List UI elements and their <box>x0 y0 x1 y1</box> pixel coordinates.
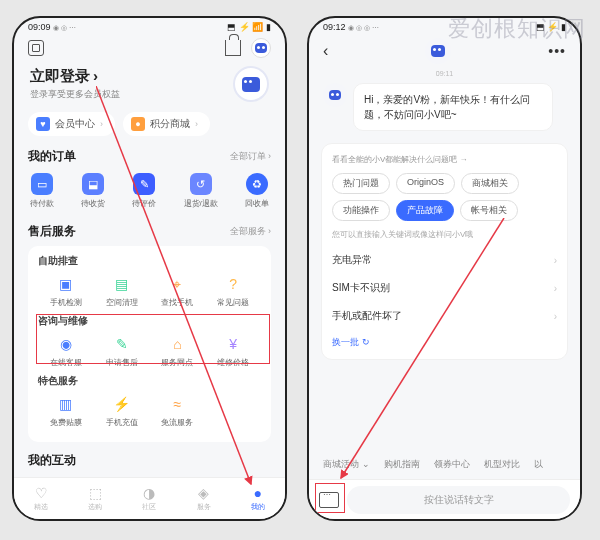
order-pending-review[interactable]: ✎待评价 <box>132 173 156 209</box>
free-film[interactable]: ▥免费贴膜 <box>38 394 94 428</box>
faq-item-broken[interactable]: 手机或配件坏了› <box>332 302 557 330</box>
heart-icon: ♥ <box>36 117 50 131</box>
order-recycle[interactable]: ♻回收单 <box>245 173 269 209</box>
status-right: ⬒ ⚡ 📶 ▮ <box>227 22 271 32</box>
faq-subhint: 您可以直接输入关键词或像这样问小V哦 <box>332 229 557 240</box>
tag-mall[interactable]: 商城相关 <box>461 173 519 194</box>
aftersale-title: 售后服务 <box>28 223 76 240</box>
login-section[interactable]: 立即登录› 登录享受更多会员权益 <box>14 62 285 108</box>
orders-section: 我的订单 全部订单 › ▭待付款 ⬓待收货 ✎待评价 ↺退货/退款 ♻回收单 <box>14 144 285 223</box>
refresh-link[interactable]: 换一批 ↻ <box>332 336 557 349</box>
space-clean[interactable]: ▤空间清理 <box>94 274 150 308</box>
quick-mall[interactable]: 商城活动 ⌄ <box>323 458 370 471</box>
top-icon-row <box>14 34 285 62</box>
chip-row: ♥ 会员中心 › ● 积分商城 › <box>14 108 285 144</box>
phone-right: 09:12 ◉ ◎ ◎ ⋯ ⬒ ⚡ ▮ ‹ ••• 09:11 Hi，亲爱的V粉… <box>307 16 582 521</box>
faq-item-sim[interactable]: SIM卡不识别› <box>332 274 557 302</box>
faq-hint: 看看全能的小V都能解决什么问题吧 → <box>332 154 557 165</box>
all-services-link[interactable]: 全部服务 › <box>230 225 272 238</box>
input-bar: 按住说话转文字 <box>309 479 580 519</box>
phones-container: 09:09 ◉ ◎ ⋯ ⬒ ⚡ 📶 ▮ 立即登录› 登录享受更多会员权益 ♥ 会… <box>0 0 600 537</box>
login-title: 立即登录› <box>30 67 120 86</box>
find-phone[interactable]: ⌖查找手机 <box>150 274 206 308</box>
status-time: 09:09 ◉ ◎ ⋯ <box>28 22 76 32</box>
recharge[interactable]: ⚡手机充值 <box>94 394 150 428</box>
all-orders-link[interactable]: 全部订单 › <box>230 150 272 163</box>
phone-check[interactable]: ▣手机检测 <box>38 274 94 308</box>
phone-left: 09:09 ◉ ◎ ⋯ ⬒ ⚡ 📶 ▮ 立即登录› 登录享受更多会员权益 ♥ 会… <box>12 16 287 521</box>
profile-avatar[interactable] <box>233 66 269 102</box>
status-time-2: 09:12 ◉ ◎ ◎ ⋯ <box>323 22 379 32</box>
tag-account[interactable]: 帐号相关 <box>460 200 518 221</box>
tab-featured[interactable]: ♡精选 <box>34 485 48 512</box>
consult-title: 咨询与维修 <box>38 314 261 328</box>
quick-more[interactable]: 以 <box>534 458 543 471</box>
apply-aftersale[interactable]: ✎申请售后 <box>94 334 150 368</box>
free-data[interactable]: ≈免流服务 <box>150 394 206 428</box>
orders-title: 我的订单 <box>28 148 76 165</box>
aftersale-section: 售后服务 全部服务 › 自助排查 ▣手机检测 ▤空间清理 ⌖查找手机 ?常见问题… <box>14 223 285 448</box>
watermark-text: 爱创根知识网 <box>448 14 586 44</box>
tag-function[interactable]: 功能操作 <box>332 200 390 221</box>
voice-input[interactable]: 按住说话转文字 <box>347 486 570 514</box>
tab-shop[interactable]: ⬚选购 <box>88 485 102 512</box>
selfcheck-title: 自助排查 <box>38 254 261 268</box>
small-avatar-icon[interactable] <box>251 38 271 58</box>
chat-timestamp: 09:11 <box>309 70 580 77</box>
tag-hot[interactable]: 热门问题 <box>332 173 390 194</box>
online-service[interactable]: ◉在线客服 <box>38 334 94 368</box>
message-row: Hi，亲爱的V粉，新年快乐！有什么问题，不妨问问小V吧~ <box>309 81 580 139</box>
faq-card: 看看全能的小V都能解决什么问题吧 → 热门问题 OriginOS 商城相关 功能… <box>321 143 568 360</box>
special-title: 特色服务 <box>38 374 261 388</box>
order-refund[interactable]: ↺退货/退款 <box>184 173 218 209</box>
faq-item-charging[interactable]: 充电异常› <box>332 246 557 274</box>
order-pending-receive[interactable]: ⬓待收货 <box>81 173 105 209</box>
repair-price[interactable]: ¥维修价格 <box>205 334 261 368</box>
coin-icon: ● <box>131 117 145 131</box>
tag-originos[interactable]: OriginOS <box>396 173 455 194</box>
quick-links: 商城活动 ⌄ 购机指南 领券中心 机型对比 以 <box>309 452 580 477</box>
quick-coupon[interactable]: 领券中心 <box>434 458 470 471</box>
more-button[interactable]: ••• <box>548 43 566 59</box>
tab-bar: ♡精选 ⬚选购 ◑社区 ◈服务 ●我的 <box>14 477 285 519</box>
services-card: 自助排查 ▣手机检测 ▤空间清理 ⌖查找手机 ?常见问题 咨询与维修 ◉在线客服… <box>28 246 271 442</box>
tab-community[interactable]: ◑社区 <box>142 485 156 512</box>
faq[interactable]: ?常见问题 <box>205 274 261 308</box>
tag-fault[interactable]: 产品故障 <box>396 200 454 221</box>
interact-title: 我的互动 <box>28 452 76 469</box>
keyboard-icon[interactable] <box>319 492 339 508</box>
tab-service[interactable]: ◈服务 <box>197 485 211 512</box>
back-button[interactable]: ‹ <box>323 42 328 60</box>
points-mall-chip[interactable]: ● 积分商城 › <box>123 112 210 136</box>
service-point[interactable]: ⌂服务网点 <box>150 334 206 368</box>
order-pending-pay[interactable]: ▭待付款 <box>30 173 54 209</box>
member-center-chip[interactable]: ♥ 会员中心 › <box>28 112 115 136</box>
settings-icon[interactable] <box>28 40 44 56</box>
greeting-bubble: Hi，亲爱的V粉，新年快乐！有什么问题，不妨问问小V吧~ <box>353 83 553 131</box>
bubble-avatar <box>323 83 347 107</box>
login-subtitle: 登录享受更多会员权益 <box>30 88 120 101</box>
status-bar: 09:09 ◉ ◎ ⋯ ⬒ ⚡ 📶 ▮ <box>14 18 285 34</box>
cart-icon[interactable] <box>225 40 241 56</box>
tag-list: 热门问题 OriginOS 商城相关 功能操作 产品故障 帐号相关 <box>332 173 557 221</box>
quick-guide[interactable]: 购机指南 <box>384 458 420 471</box>
quick-compare[interactable]: 机型对比 <box>484 458 520 471</box>
tab-mine[interactable]: ●我的 <box>251 485 265 512</box>
